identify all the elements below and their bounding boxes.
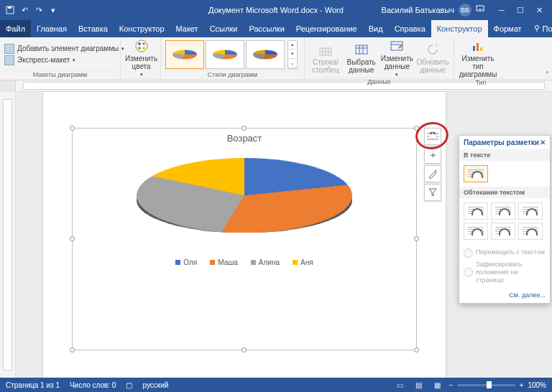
pie-chart[interactable] [137,158,352,233]
legend-item[interactable]: Оля [175,258,197,266]
wrap-behind[interactable] [491,223,515,240]
undo-icon[interactable]: ↶ [19,4,30,16]
maximize-icon[interactable]: ☐ [515,4,526,16]
tab-layout[interactable]: Макет [170,20,204,37]
refresh-data-button: Обновить данные [416,42,449,74]
vertical-ruler[interactable] [0,92,16,378]
group-data-label: Данные [309,78,449,85]
close-icon[interactable]: ✕ [533,4,545,16]
avatar[interactable]: ВБ [459,4,472,17]
popout-close-icon[interactable]: ✕ [540,139,546,146]
tab-tell-me[interactable]: Помощн [528,20,552,37]
svg-point-7 [142,42,145,45]
tab-design[interactable]: Конструктор [114,20,170,37]
layout-options-button[interactable] [424,128,441,145]
zoom-slider[interactable] [458,384,515,386]
status-bar: Страница 1 из 1 Число слов: 0 ▢ русский … [0,378,552,392]
add-element-icon [4,44,14,54]
svg-rect-1 [8,6,12,9]
opt-move-with-text: Перемещать с текстом [464,248,546,258]
select-data-button[interactable]: Выбрать данные [345,42,378,74]
qat-more-icon[interactable]: ▾ [47,4,59,16]
svg-rect-11 [356,45,367,54]
legend-item[interactable]: Аня [293,258,313,266]
section-inline: В тексте [459,149,550,161]
redo-icon[interactable]: ↷ [33,4,45,16]
wrap-topbottom[interactable] [464,223,488,240]
user-name[interactable]: Василий Батькавыч [382,6,454,14]
svg-point-8 [142,47,145,50]
zoom-level[interactable]: 100% [528,381,546,389]
chart-object[interactable]: Возраст Оля Маша Алина Аня [72,128,417,350]
view-read-icon[interactable]: ▭ [393,380,408,390]
svg-point-6 [138,42,141,45]
status-proofing-icon[interactable]: ▢ [126,381,132,389]
tab-view[interactable]: Вид [363,20,389,37]
tab-chart-format[interactable]: Формат [488,20,528,37]
chart-elements-button[interactable]: ＋ [424,146,441,164]
view-print-icon[interactable]: ▤ [412,380,426,390]
wrap-front[interactable] [518,223,543,240]
document-title: Документ Microsoft Word.docx - Word [208,6,344,14]
chart-styles-gallery[interactable] [165,40,285,69]
switch-row-col-button: Строка/ столбец [309,42,342,74]
select-data-icon [354,42,369,57]
add-chart-element-button[interactable]: Добавить элемент диаграммы▾ [4,44,124,54]
view-web-icon[interactable]: ▦ [431,380,445,390]
legend-item[interactable]: Маша [210,258,238,266]
group-layouts-label: Макеты диаграмм [4,70,116,78]
chart-title[interactable]: Возраст [73,133,416,144]
tab-file[interactable]: Файл [0,20,31,37]
svg-point-16 [435,170,436,172]
collapse-ribbon-icon[interactable]: ˄ [546,70,549,78]
svg-rect-13 [473,46,475,51]
wrap-tight[interactable] [491,202,515,220]
title-bar: ↶ ↷ ▾ Документ Microsoft Word.docx - Wor… [0,0,552,20]
tab-home[interactable]: Главная [31,20,73,37]
minimize-icon[interactable]: ─ [496,4,507,16]
refresh-icon [426,42,440,57]
see-more-link[interactable]: См. далее... [509,291,546,299]
wrap-through[interactable] [518,202,543,220]
zoom-in-button[interactable]: + [520,381,524,389]
legend-item[interactable]: Алина [251,258,280,266]
chart-legend[interactable]: Оля Маша Алина Аня [73,258,416,266]
tab-help[interactable]: Справка [389,20,431,37]
quick-layout-button[interactable]: Экспресс-макет▾ [4,55,75,65]
tab-insert[interactable]: Вставка [73,20,114,37]
tab-chart-design[interactable]: Конструктор [431,20,488,37]
status-page[interactable]: Страница 1 из 1 [6,381,60,389]
layout-options-popout: Параметры разметки✕ В тексте Обтекание т… [459,135,551,304]
change-colors-button[interactable]: Изменить цвета▾ [125,39,157,78]
zoom-out-button[interactable]: − [449,381,454,389]
page[interactable]: Zagruzi.Top Возраст Оля Маша Алина Аня ＋ [43,92,446,378]
wrap-inline[interactable] [464,165,488,182]
svg-point-5 [136,40,147,52]
edit-data-button[interactable]: Изменить данные▾ [381,39,414,78]
change-chart-type-button[interactable]: Изменить тип диаграммы [459,39,497,78]
style-3[interactable] [246,40,285,69]
style-2[interactable] [206,40,244,69]
svg-point-9 [138,47,141,50]
tab-references[interactable]: Ссылки [204,20,244,37]
svg-point-3 [535,26,538,29]
ribbon-options-icon[interactable] [476,5,484,15]
chart-styles-button[interactable] [424,165,441,182]
ribbon: Добавить элемент диаграммы▾ Экспресс-мак… [0,37,552,80]
group-styles-label: Стили диаграмм [165,70,300,78]
chart-float-buttons: ＋ [424,128,441,201]
tab-mailings[interactable]: Рассылки [243,20,290,37]
style-1[interactable] [165,40,204,69]
opt-fix-position: Зафиксировать положение на странице [464,261,546,284]
wrap-square[interactable] [464,202,488,220]
svg-rect-14 [477,43,479,51]
gallery-scroll[interactable]: ▴▾⌄ [288,40,298,69]
status-words[interactable]: Число слов: 0 [70,381,116,389]
status-language[interactable]: русский [142,381,168,389]
tab-review[interactable]: Рецензирование [290,20,363,37]
popout-title: Параметры разметки [464,139,539,146]
chart-type-icon [471,39,485,53]
section-wrap: Обтекание текстом [459,187,550,198]
save-icon[interactable] [4,4,16,16]
chart-filters-button[interactable] [424,184,441,201]
